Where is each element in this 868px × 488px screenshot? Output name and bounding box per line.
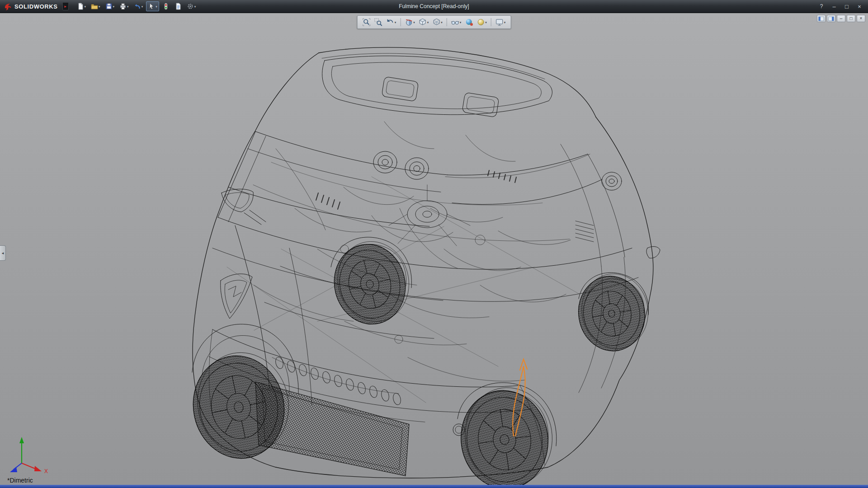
view-settings-icon xyxy=(495,18,504,26)
select-button[interactable]: ▾ xyxy=(146,1,159,11)
hide-show-glasses-icon xyxy=(451,18,459,26)
status-bar-strip xyxy=(0,485,868,488)
heads-up-view-toolbar: ▾ ▾ ▾ ▾ xyxy=(357,15,511,29)
featuremanager-collapsed-tab[interactable]: ◂ xyxy=(0,245,6,261)
solidworks-logo-icon xyxy=(4,2,12,10)
toolbar-separator xyxy=(400,18,401,26)
titlebar: SOLIDWORKS ▸ ▾ ▾ ▾ ▾ xyxy=(0,0,868,13)
file-properties-icon xyxy=(175,3,182,10)
save-button[interactable]: ▾ xyxy=(104,1,117,11)
minimize-button[interactable]: – xyxy=(828,2,840,11)
file-properties-button[interactable] xyxy=(173,1,184,11)
new-document-button[interactable]: ▾ xyxy=(75,1,88,11)
zoom-to-fit-icon xyxy=(363,18,371,26)
previous-view-icon xyxy=(386,18,394,26)
window-controls: ? – □ × xyxy=(816,2,868,11)
display-style-button[interactable]: ▾ xyxy=(431,17,444,28)
select-cursor-icon xyxy=(148,3,155,10)
save-floppy-icon xyxy=(105,3,113,10)
hide-show-items-button[interactable]: ▾ xyxy=(450,17,463,28)
new-document-icon xyxy=(77,3,84,10)
options-button[interactable]: ▾ xyxy=(185,1,198,11)
task-pane-toggle[interactable] xyxy=(827,15,835,22)
solidworks-logo: SOLIDWORKS xyxy=(0,2,62,10)
wheel-rear-right xyxy=(572,268,654,356)
edit-appearance-sphere-icon xyxy=(465,18,473,26)
maximize-button[interactable]: □ xyxy=(841,2,853,11)
view-settings-button[interactable]: ▾ xyxy=(494,17,507,28)
options-gear-icon xyxy=(187,3,194,10)
graphics-area[interactable]: ▾ ▾ ▾ ▾ xyxy=(0,13,868,485)
standard-toolbar: ▾ ▾ ▾ ▾ ▾ xyxy=(75,1,198,11)
print-button[interactable]: ▾ xyxy=(118,1,131,11)
wheel-front-right xyxy=(454,382,559,485)
document-minimize-button[interactable]: – xyxy=(837,15,845,22)
view-orientation-button[interactable]: ▾ xyxy=(417,17,430,28)
toolbar-expander-button[interactable]: ▸ xyxy=(62,2,69,10)
apply-scene-button[interactable]: ▾ xyxy=(475,17,488,28)
rebuild-button[interactable] xyxy=(160,1,171,11)
section-view-icon xyxy=(405,18,413,26)
wireframe-model[interactable] xyxy=(0,13,868,485)
rebuild-traffic-light-icon xyxy=(162,3,170,10)
close-button[interactable]: × xyxy=(854,2,865,11)
open-folder-icon xyxy=(91,3,98,10)
help-button[interactable]: ? xyxy=(816,2,827,11)
edit-appearance-button[interactable] xyxy=(463,17,474,28)
toolbar-separator xyxy=(491,18,491,26)
toolbar-separator xyxy=(447,18,447,26)
document-close-button[interactable]: × xyxy=(857,15,865,22)
document-window-controls: – □ × xyxy=(817,15,865,22)
undo-arrow-icon xyxy=(134,3,141,10)
brand-text: SOLIDWORKS xyxy=(14,3,58,10)
open-document-button[interactable]: ▾ xyxy=(89,1,102,11)
panel-right-icon xyxy=(828,16,834,21)
undo-button[interactable]: ▾ xyxy=(132,1,145,11)
zoom-to-area-button[interactable] xyxy=(373,17,384,28)
printer-icon xyxy=(119,3,127,10)
previous-view-button[interactable]: ▾ xyxy=(385,17,398,28)
panel-left-icon xyxy=(818,16,824,21)
featuremanager-pane-toggle[interactable] xyxy=(817,15,826,22)
apply-scene-sphere-icon xyxy=(476,18,485,26)
section-view-button[interactable]: ▾ xyxy=(403,17,416,28)
wheel-rear-left xyxy=(326,234,418,332)
view-orientation-cube-icon xyxy=(419,18,427,26)
display-style-wireframe-icon xyxy=(432,18,440,26)
zoom-to-fit-button[interactable] xyxy=(361,17,372,28)
zoom-to-area-icon xyxy=(374,18,382,26)
document-restore-button[interactable]: □ xyxy=(847,15,855,22)
